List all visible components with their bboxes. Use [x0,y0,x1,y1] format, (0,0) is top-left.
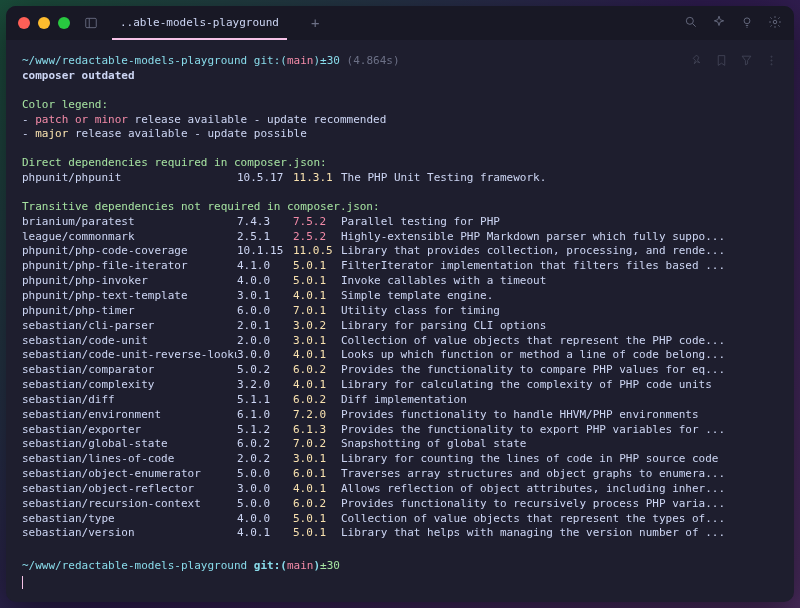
transitive-packages-list: brianium/paratest7.4.37.5.2Parallel test… [22,215,778,542]
package-new-version: 3.0.1 [293,334,341,349]
package-current-version: 4.0.0 [237,274,293,289]
package-description: Traverses array structures and object gr… [341,467,778,482]
package-description: Library for calculating the complexity o… [341,378,778,393]
package-new-version: 6.0.2 [293,393,341,408]
package-new-version: 4.0.1 [293,348,341,363]
more-icon[interactable] [765,54,778,72]
package-name: phpunit/php-file-iterator [22,259,237,274]
package-row: phpunit/php-code-coverage10.1.1511.0.5Li… [22,244,778,259]
package-current-version: 2.0.2 [237,452,293,467]
package-row: sebastian/code-unit-reverse-lookup3.0.04… [22,348,778,363]
gear-icon[interactable] [768,15,782,32]
prompt-line-1: ~/www/redactable-models-playground git:(… [22,54,778,69]
package-new-version: 6.1.3 [293,423,341,438]
package-name: phpunit/php-timer [22,304,237,319]
package-current-version: 5.1.1 [237,393,293,408]
package-row: phpunit/php-text-template3.0.14.0.1Simpl… [22,289,778,304]
new-tab-button[interactable]: + [311,15,319,31]
package-current-version: 6.0.2 [237,437,293,452]
package-name: sebastian/recursion-context [22,497,237,512]
prompt-line-2: ~/www/redactable-models-playground git:(… [22,559,778,574]
package-row: sebastian/cli-parser2.0.13.0.2Library fo… [22,319,778,334]
package-row: phpunit/php-invoker4.0.05.0.1Invoke call… [22,274,778,289]
package-name: phpunit/php-code-coverage [22,244,237,259]
package-current-version: 6.0.0 [237,304,293,319]
traffic-lights [18,17,70,29]
package-name: phpunit/phpunit [22,171,237,186]
command-line: composer outdated [22,69,778,84]
package-current-version: 4.1.0 [237,259,293,274]
package-new-version: 4.0.1 [293,378,341,393]
package-new-version: 11.3.1 [293,171,341,186]
sidebar-toggle-icon[interactable] [84,16,98,30]
package-description: Parallel testing for PHP [341,215,778,230]
package-name: phpunit/php-text-template [22,289,237,304]
tab-title: ..able-models-playground [120,16,279,29]
package-new-version: 3.0.2 [293,319,341,334]
sparkle-icon[interactable] [712,15,726,32]
svg-point-2 [686,17,693,24]
package-current-version: 5.0.0 [237,467,293,482]
direct-packages-list: phpunit/phpunit10.5.1711.3.1The PHP Unit… [22,171,778,186]
package-current-version: 5.0.0 [237,497,293,512]
package-description: Library for parsing CLI options [341,319,778,334]
package-current-version: 5.0.2 [237,363,293,378]
package-name: sebastian/comparator [22,363,237,378]
package-description: Diff implementation [341,393,778,408]
legend-line-2: - major release available - update possi… [22,127,778,142]
minimize-button[interactable] [38,17,50,29]
package-row: brianium/paratest7.4.37.5.2Parallel test… [22,215,778,230]
package-description: FilterIterator implementation that filte… [341,259,778,274]
package-description: Allows reflection of object attributes, … [341,482,778,497]
package-new-version: 3.0.1 [293,452,341,467]
package-name: sebastian/version [22,526,237,541]
package-name: sebastian/object-enumerator [22,467,237,482]
package-description: Looks up which function or method a line… [341,348,778,363]
tab-active[interactable]: ..able-models-playground [112,6,287,40]
package-description: Provides functionality to recursively pr… [341,497,778,512]
package-new-version: 5.0.1 [293,259,341,274]
svg-point-8 [771,56,772,57]
package-row: sebastian/object-reflector3.0.04.0.1Allo… [22,482,778,497]
package-row: phpunit/phpunit10.5.1711.3.1The PHP Unit… [22,171,778,186]
package-row: sebastian/complexity3.2.04.0.1Library fo… [22,378,778,393]
package-current-version: 2.0.0 [237,334,293,349]
package-name: sebastian/environment [22,408,237,423]
legend-title: Color legend: [22,98,778,113]
package-row: phpunit/php-timer6.0.07.0.1Utility class… [22,304,778,319]
cursor-line[interactable] [22,574,778,589]
package-current-version: 7.4.3 [237,215,293,230]
package-new-version: 7.0.2 [293,437,341,452]
package-row: sebastian/version4.0.15.0.1Library that … [22,526,778,541]
close-button[interactable] [18,17,30,29]
package-row: sebastian/object-enumerator5.0.06.0.1Tra… [22,467,778,482]
package-description: Library that provides collection, proces… [341,244,778,259]
package-row: sebastian/diff5.1.16.0.2Diff implementat… [22,393,778,408]
package-name: sebastian/code-unit [22,334,237,349]
maximize-button[interactable] [58,17,70,29]
package-new-version: 7.2.0 [293,408,341,423]
package-new-version: 4.0.1 [293,482,341,497]
package-description: Library that helps with managing the ver… [341,526,778,541]
direct-section-header: Direct dependencies required in composer… [22,156,778,171]
package-name: sebastian/code-unit-reverse-lookup [22,348,237,363]
bookmark-icon[interactable] [715,54,728,72]
pin-icon[interactable] [690,54,703,72]
package-new-version: 2.5.2 [293,230,341,245]
search-icon[interactable] [684,15,698,32]
package-name: sebastian/complexity [22,378,237,393]
package-name: sebastian/object-reflector [22,482,237,497]
terminal-content[interactable]: ~/www/redactable-models-playground git:(… [6,40,794,602]
package-row: sebastian/comparator5.0.26.0.2Provides t… [22,363,778,378]
package-row: sebastian/recursion-context5.0.06.0.2Pro… [22,497,778,512]
package-name: sebastian/type [22,512,237,527]
package-new-version: 6.0.1 [293,467,341,482]
package-new-version: 4.0.1 [293,289,341,304]
svg-point-9 [771,60,772,61]
filter-icon[interactable] [740,54,753,72]
terminal-toolbar [690,54,778,72]
package-description: Highly-extensible PHP Markdown parser wh… [341,230,778,245]
bulb-icon[interactable] [740,15,754,32]
svg-point-4 [744,17,750,23]
package-new-version: 5.0.1 [293,512,341,527]
